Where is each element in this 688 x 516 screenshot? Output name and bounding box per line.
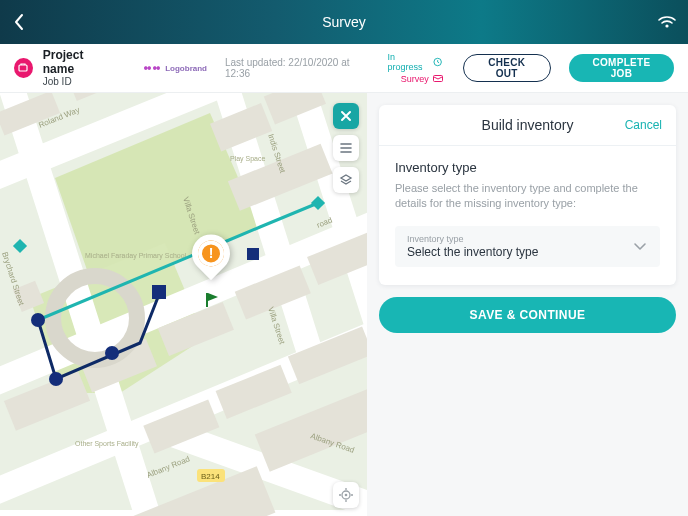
close-icon <box>340 110 352 122</box>
select-label: Inventory type <box>407 234 538 245</box>
save-continue-button[interactable]: SAVE & CONTINUE <box>379 297 676 333</box>
project-name: Project name <box>43 49 114 75</box>
status-survey: Survey <box>401 74 429 84</box>
map-locate-button[interactable] <box>333 482 359 508</box>
job-id: Job ID <box>43 76 114 87</box>
page-title: Survey <box>0 14 688 30</box>
svg-rect-41 <box>152 285 166 299</box>
map-canvas[interactable]: Roland Way Brychard Street Villa Street … <box>0 93 367 516</box>
list-icon <box>339 142 353 154</box>
section-label: Inventory type <box>395 160 660 175</box>
inventory-type-select[interactable]: Inventory type Select the inventory type <box>395 226 660 267</box>
cancel-button[interactable]: Cancel <box>625 118 662 132</box>
map-list-button[interactable] <box>333 135 359 161</box>
clock-icon <box>433 57 442 67</box>
poi-label: Other Sports Facility <box>75 440 139 448</box>
map-close-button[interactable] <box>333 103 359 129</box>
top-bar: Survey <box>0 0 688 44</box>
layers-icon <box>339 173 353 187</box>
card-title: Build inventory <box>482 117 574 133</box>
svg-point-38 <box>105 346 119 360</box>
pin-alert-icon: ! <box>198 240 224 266</box>
svg-rect-1 <box>19 65 27 71</box>
side-pane: Build inventory Cancel Inventory type Pl… <box>367 93 688 516</box>
chevron-down-icon <box>632 240 648 252</box>
svg-rect-43 <box>206 293 208 307</box>
road-code-label: B214 <box>201 472 220 481</box>
card-body: Inventory type Please select the invento… <box>379 146 676 285</box>
infinity-icon <box>143 63 161 73</box>
svg-point-39 <box>49 372 63 386</box>
content: Roland Way Brychard Street Villa Street … <box>0 93 688 516</box>
complete-job-button[interactable]: COMPLETE JOB <box>569 54 674 82</box>
logobrand-label: Logobrand <box>165 64 207 73</box>
inventory-card: Build inventory Cancel Inventory type Pl… <box>379 105 676 285</box>
status-in-progress: In progress <box>387 52 429 72</box>
locate-icon <box>338 487 354 503</box>
svg-point-40 <box>31 313 45 327</box>
poi-label: Michael Faraday Primary School <box>85 252 187 260</box>
svg-rect-42 <box>247 248 259 260</box>
last-updated: Last updated: 22/10/2020 at 12:36 <box>225 57 368 79</box>
svg-point-47 <box>345 494 348 497</box>
section-desc: Please select the inventory type and com… <box>395 181 660 212</box>
status-column: In progress Survey <box>387 52 442 84</box>
svg-point-0 <box>665 24 668 27</box>
survey-badge-icon <box>433 75 443 83</box>
card-header: Build inventory Cancel <box>379 105 676 146</box>
map-pin[interactable]: ! <box>192 234 236 288</box>
wifi-icon <box>658 15 676 29</box>
project-bar: Project name Job ID Logobrand Last updat… <box>0 44 688 93</box>
project-text: Project name Job ID <box>43 49 114 86</box>
check-out-button[interactable]: CHECK OUT <box>463 54 551 82</box>
svg-marker-45 <box>341 175 351 181</box>
select-value: Select the inventory type <box>407 245 538 259</box>
brand-logo-icon <box>14 58 33 78</box>
map-layers-button[interactable] <box>333 167 359 193</box>
map-controls <box>333 103 359 193</box>
back-icon[interactable] <box>12 13 26 31</box>
map-pane[interactable]: Roland Way Brychard Street Villa Street … <box>0 93 367 516</box>
poi-label: Play Space <box>230 155 266 163</box>
logobrand: Logobrand <box>143 63 207 73</box>
